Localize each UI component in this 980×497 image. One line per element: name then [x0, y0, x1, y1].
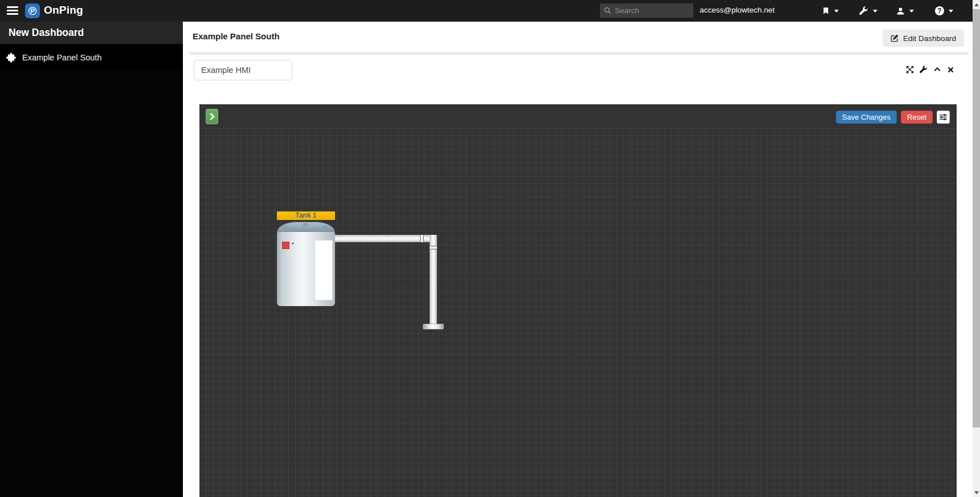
- sliders-icon: [939, 113, 948, 121]
- wrench-icon[interactable]: [920, 66, 928, 74]
- caret-down-icon: [909, 10, 914, 13]
- page-title: Example Panel South: [193, 31, 280, 41]
- account-menu[interactable]: [896, 5, 914, 17]
- pipe-joint: [420, 235, 424, 242]
- user-email: access@plowtech.net: [700, 6, 775, 14]
- pipe-joint: [430, 246, 437, 250]
- onping-logo-icon[interactable]: ℗: [25, 3, 40, 18]
- pipe-end-flange: [423, 324, 444, 329]
- panel-header-controls: [906, 66, 954, 74]
- main-content: Example Panel South Edit Dashboard: [183, 22, 973, 497]
- app-root: ℗ OnPing access@plowtech.net: [0, 0, 980, 497]
- sidebar-title: New Dashboard: [0, 22, 183, 44]
- wrench-icon: [859, 6, 868, 15]
- sidebar: New Dashboard Example Panel South: [0, 22, 183, 497]
- hmi-canvas[interactable]: Save Changes Reset: [199, 104, 957, 497]
- topbar: ℗ OnPing access@plowtech.net: [0, 0, 973, 22]
- tank-label[interactable]: Tank 1: [277, 211, 335, 220]
- bookmark-icon: [822, 6, 830, 15]
- expand-icon[interactable]: [906, 66, 914, 74]
- sidebar-item-label: Example Panel South: [22, 53, 101, 62]
- scroll-up-button[interactable]: [973, 0, 980, 9]
- close-icon[interactable]: [947, 66, 954, 74]
- tank-vent: [322, 226, 328, 229]
- caret-down-icon: [949, 10, 953, 13]
- chevron-up-icon[interactable]: [933, 66, 941, 74]
- menu-icon[interactable]: [7, 6, 18, 15]
- tank-vent: [303, 223, 308, 226]
- user-icon: [896, 7, 905, 15]
- hmi-panel-toggle-button[interactable]: [206, 109, 218, 124]
- search-box: [600, 3, 693, 18]
- triangle-up-icon: [974, 3, 979, 6]
- tank-level-gauge: [315, 240, 333, 300]
- scroll-down-button[interactable]: [973, 488, 980, 497]
- save-changes-button[interactable]: Save Changes: [836, 111, 897, 124]
- puzzle-piece-icon: [6, 52, 17, 63]
- tank-vent: [283, 226, 288, 229]
- scrollbar[interactable]: [973, 0, 980, 497]
- reset-button[interactable]: Reset: [901, 111, 933, 124]
- panel-top-border: [189, 52, 969, 55]
- help-menu[interactable]: ?: [935, 5, 953, 17]
- edit-dashboard-button[interactable]: Edit Dashboard: [883, 30, 964, 47]
- tank-status-indicator[interactable]: [282, 242, 289, 249]
- caret-down-icon: [873, 10, 877, 13]
- search-input[interactable]: [615, 6, 689, 15]
- panel-title-input[interactable]: [194, 60, 292, 80]
- question-circle-icon: ?: [935, 6, 944, 15]
- triangle-down-icon: [974, 491, 979, 494]
- edit-icon: [891, 34, 899, 42]
- search-icon: [604, 7, 611, 14]
- sidebar-item-example-panel-south[interactable]: Example Panel South: [0, 46, 183, 70]
- tank-indicator-value: -: [292, 239, 294, 247]
- brand-name[interactable]: OnPing: [44, 4, 83, 17]
- caret-down-icon: [834, 10, 839, 13]
- scrollbar-thumb[interactable]: [973, 9, 980, 427]
- hmi-settings-button[interactable]: [937, 111, 950, 124]
- hmi-toolbar-actions: Save Changes Reset: [836, 111, 950, 124]
- edit-dashboard-label: Edit Dashboard: [903, 34, 956, 43]
- chevron-right-icon: [208, 112, 217, 121]
- bookmarks-menu[interactable]: [822, 5, 839, 17]
- tools-menu[interactable]: [859, 5, 877, 17]
